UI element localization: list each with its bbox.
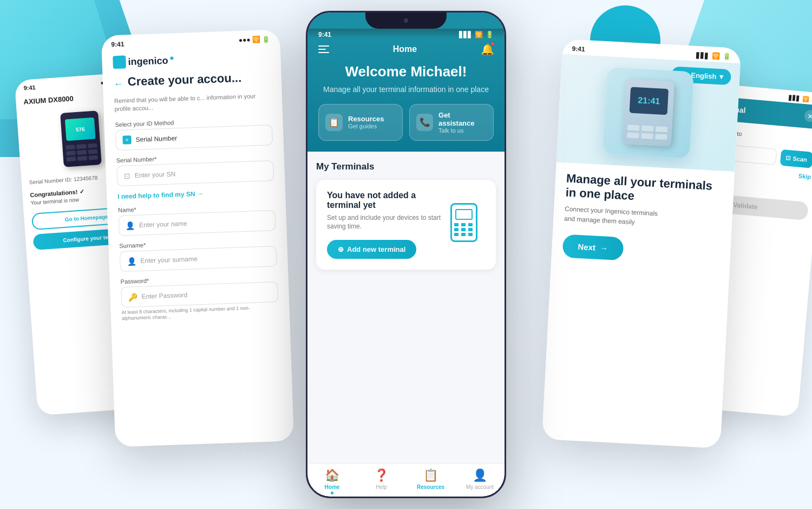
onboard-key-1: [627, 125, 639, 130]
key-8: [77, 156, 87, 161]
home-nav-label: Home: [325, 484, 340, 490]
illus-key-2: [461, 223, 466, 226]
illus-key-1: [454, 223, 459, 226]
assistance-sublabel: Talk to us: [438, 127, 487, 134]
onboard-content: Manage all your terminalsin one place Co…: [551, 162, 735, 275]
serial-number-placeholder: Enter your SN: [135, 170, 176, 179]
device-screen: 576: [65, 118, 96, 141]
arrow-right-icon: →: [600, 243, 608, 253]
onboard-key-5: [641, 133, 653, 139]
next-label: Next: [578, 242, 595, 252]
status-icons-far-right: ▋▋▋ 🛜 🔋: [789, 95, 812, 103]
bell-icon[interactable]: 🔔: [481, 43, 494, 56]
name-input[interactable]: 👤 Enter your name: [118, 210, 276, 236]
name-placeholder: Enter your name: [139, 219, 187, 229]
signal-icon-far-right: ▋▋▋: [789, 95, 801, 101]
select-icon: ≡: [122, 135, 132, 145]
input-icon-surname: 👤: [127, 257, 136, 266]
battery-icon-right: 🔋: [723, 53, 731, 61]
id-method-field: Select your ID Method ≡ Serial Number: [115, 116, 273, 151]
resources-nav-label: Resources: [417, 484, 444, 490]
logo-mark: [113, 55, 126, 69]
illus-key-7: [454, 233, 459, 236]
onboard-key-6: [655, 134, 667, 140]
quick-actions: 📋 Resources Get guides 📞 Get assistance …: [318, 104, 494, 141]
surname-field: Surname* 👤 Enter your surname: [119, 237, 277, 272]
create-account-title: Create your accou...: [127, 71, 241, 89]
name-field: Name* 👤 Enter your name: [118, 201, 276, 236]
key-7: [67, 156, 76, 161]
wifi-icon-create: 🛜: [252, 36, 260, 44]
main-header: Home 🔔 Welcome Michael! Manage all your …: [307, 38, 505, 152]
password-placeholder: Enter Password: [141, 291, 187, 301]
surname-input[interactable]: 👤 Enter your surname: [120, 246, 277, 272]
key-4: [66, 151, 76, 155]
device-keypad: [66, 143, 98, 161]
main-status-bar: 9:41 ▋▋▋ 🛜 🔋: [307, 29, 505, 38]
logo-text: ingenico: [128, 55, 168, 68]
id-method-select[interactable]: ≡ Serial Number: [115, 125, 273, 151]
help-nav-icon: ❓: [374, 468, 389, 482]
home-nav-icon: 🏠: [325, 468, 339, 482]
nav-item-help[interactable]: ❓ Help: [357, 468, 406, 494]
bottom-nav: 🏠 Home ❓ Help 📋 Resources 👤 My account: [307, 464, 505, 497]
terminal-device: 576: [60, 110, 102, 167]
terminal-illus-body: [450, 203, 477, 242]
help-nav-label: Help: [376, 484, 387, 490]
phone-main-inner: 9:41 ▋▋▋ 🛜 🔋 Home 🔔: [307, 12, 505, 497]
chevron-down-icon: ▾: [719, 73, 724, 81]
notch-camera: [404, 18, 408, 23]
resources-sublabel: Get guides: [348, 123, 384, 129]
status-icons-right: ▋▋▋ 🛜 🔋: [696, 51, 731, 61]
serial-number-input[interactable]: ⊡ Enter your SN: [116, 160, 274, 186]
onboard-key-4: [627, 132, 639, 138]
nav-item-resources[interactable]: 📋 Resources: [406, 468, 455, 494]
scan-close-btn[interactable]: ✕: [804, 109, 812, 122]
resources-btn[interactable]: 📋 Resources Get guides: [318, 104, 403, 141]
serial-number-field: Serial Number* ⊡ Enter your SN: [116, 152, 274, 186]
illus-key-8: [461, 233, 466, 236]
welcome-title: Welcome Michael!: [345, 63, 467, 80]
illus-key-3: [468, 223, 473, 226]
resources-label: Resources: [348, 115, 384, 123]
terminal-card: You have not added a terminal yet Set up…: [316, 180, 496, 270]
hamburger-line-1: [318, 45, 329, 47]
get-assistance-btn[interactable]: 📞 Get assistance Talk to us: [409, 104, 494, 141]
illus-key-5: [461, 228, 466, 231]
signal-icon-right: ▋▋▋: [696, 52, 710, 58]
no-terminal-sub: Set up and include your devices to start…: [327, 213, 442, 232]
illus-key-9: [468, 233, 473, 236]
back-arrow[interactable]: ←: [114, 78, 124, 90]
onboard-key-2: [641, 126, 653, 132]
password-field: Password* 🔑 Enter Password At least 8 ch…: [120, 273, 279, 322]
key-3: [88, 143, 97, 148]
assistance-label: Get assistance: [438, 111, 487, 127]
phone-main: 9:41 ▋▋▋ 🛜 🔋 Home 🔔: [306, 11, 506, 498]
add-terminal-btn[interactable]: ⊕ Add new terminal: [327, 240, 416, 259]
scan-icon: ⊡: [785, 154, 791, 162]
onboard-key-3: [656, 126, 667, 132]
onboard-hero: 🌐 English ▾ 21:41: [556, 54, 741, 172]
help-find-sn-link[interactable]: I need help to find my SN →: [117, 187, 274, 200]
nav-item-account[interactable]: 👤 My account: [455, 468, 505, 494]
main-signal-icon: ▋▋▋: [459, 31, 472, 38]
main-status-time: 9:41: [318, 31, 331, 38]
onboard-device-img: 21:41: [603, 67, 694, 158]
assistance-btn-text: Get assistance Talk to us: [438, 111, 487, 134]
key-5: [77, 150, 87, 155]
status-time-create: 9:41: [111, 41, 125, 49]
scan-label: Scan: [793, 155, 807, 163]
wifi-icon-right: 🛜: [712, 52, 721, 60]
hamburger-menu-icon[interactable]: [318, 45, 329, 53]
notification-badge: [490, 42, 495, 46]
resources-icon: 📋: [325, 114, 343, 131]
input-icon-name: 👤: [126, 221, 135, 230]
key-6: [88, 149, 98, 154]
no-terminal-title: You have not added a terminal yet: [327, 191, 442, 210]
account-nav-label: My account: [466, 484, 494, 490]
nav-item-home[interactable]: 🏠 Home: [307, 468, 357, 494]
password-input[interactable]: 🔑 Enter Password: [121, 282, 278, 308]
surname-placeholder: Enter your surname: [140, 255, 198, 265]
scan-button[interactable]: ⊡ Scan: [780, 149, 812, 168]
next-button[interactable]: Next →: [562, 234, 624, 260]
